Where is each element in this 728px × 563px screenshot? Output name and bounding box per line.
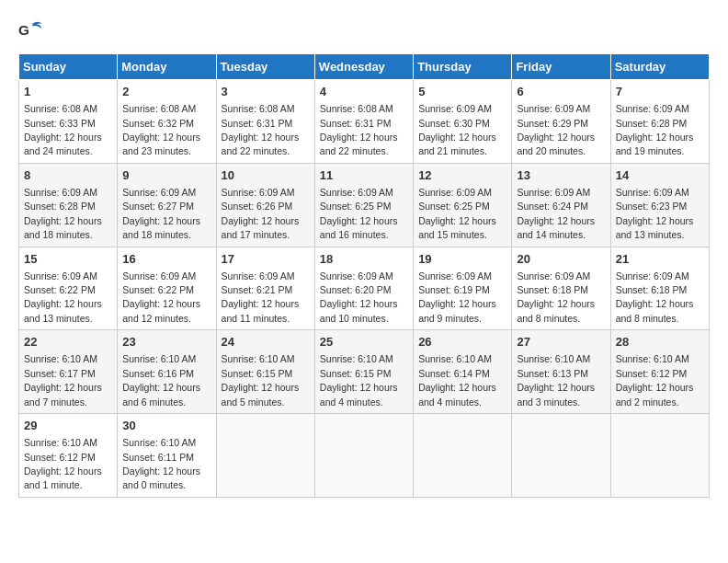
day-info: Sunrise: 6:09 AMSunset: 6:25 PMDaylight:…	[320, 187, 398, 240]
column-header-friday: Friday	[512, 54, 610, 80]
calendar-week-1: 1 Sunrise: 6:08 AMSunset: 6:33 PMDayligh…	[19, 80, 710, 164]
day-number: 27	[517, 334, 605, 350]
day-number: 28	[616, 334, 704, 350]
day-info: Sunrise: 6:08 AMSunset: 6:31 PMDaylight:…	[320, 103, 398, 156]
calendar-cell: 6 Sunrise: 6:09 AMSunset: 6:29 PMDayligh…	[512, 80, 610, 164]
day-info: Sunrise: 6:10 AMSunset: 6:15 PMDaylight:…	[320, 353, 398, 407]
calendar-cell: 15 Sunrise: 6:09 AMSunset: 6:22 PMDaylig…	[19, 247, 118, 330]
day-number: 8	[24, 167, 112, 184]
day-number: 30	[122, 418, 210, 434]
calendar-cell: 20 Sunrise: 6:09 AMSunset: 6:18 PMDaylig…	[512, 247, 610, 330]
calendar-week-5: 29 Sunrise: 6:10 AMSunset: 6:12 PMDaylig…	[19, 414, 710, 498]
calendar-cell: 27 Sunrise: 6:10 AMSunset: 6:13 PMDaylig…	[512, 330, 610, 414]
calendar-week-2: 8 Sunrise: 6:09 AMSunset: 6:28 PMDayligh…	[19, 163, 710, 247]
calendar-cell: 12 Sunrise: 6:09 AMSunset: 6:25 PMDaylig…	[414, 163, 512, 247]
calendar-cell: 24 Sunrise: 6:10 AMSunset: 6:15 PMDaylig…	[216, 330, 314, 414]
day-number: 6	[517, 84, 605, 100]
calendar-cell: 25 Sunrise: 6:10 AMSunset: 6:15 PMDaylig…	[314, 330, 413, 414]
calendar-week-4: 22 Sunrise: 6:10 AMSunset: 6:17 PMDaylig…	[19, 330, 710, 414]
logo-icon: G	[18, 18, 44, 44]
column-header-saturday: Saturday	[610, 54, 709, 80]
calendar-cell: 1 Sunrise: 6:08 AMSunset: 6:33 PMDayligh…	[19, 80, 118, 164]
day-number: 16	[122, 251, 210, 268]
day-number: 26	[418, 334, 506, 350]
day-info: Sunrise: 6:08 AMSunset: 6:33 PMDaylight:…	[24, 103, 102, 156]
day-info: Sunrise: 6:10 AMSunset: 6:14 PMDaylight:…	[418, 353, 496, 407]
column-header-monday: Monday	[118, 54, 216, 80]
svg-text:G: G	[18, 22, 29, 38]
calendar-cell: 29 Sunrise: 6:10 AMSunset: 6:12 PMDaylig…	[19, 414, 118, 498]
calendar-cell	[314, 414, 413, 498]
calendar-cell: 7 Sunrise: 6:09 AMSunset: 6:28 PMDayligh…	[610, 80, 709, 164]
calendar-header-row: SundayMondayTuesdayWednesdayThursdayFrid…	[19, 54, 710, 80]
day-number: 11	[320, 167, 408, 184]
day-number: 10	[222, 167, 310, 184]
day-info: Sunrise: 6:09 AMSunset: 6:26 PMDaylight:…	[222, 187, 300, 240]
day-number: 5	[418, 84, 506, 100]
column-header-wednesday: Wednesday	[314, 54, 413, 80]
day-info: Sunrise: 6:09 AMSunset: 6:24 PMDaylight:…	[517, 187, 595, 240]
day-info: Sunrise: 6:10 AMSunset: 6:11 PMDaylight:…	[122, 437, 200, 490]
day-number: 7	[616, 84, 704, 100]
calendar-cell: 14 Sunrise: 6:09 AMSunset: 6:23 PMDaylig…	[610, 163, 709, 247]
logo: G	[18, 18, 46, 44]
calendar-cell: 30 Sunrise: 6:10 AMSunset: 6:11 PMDaylig…	[118, 414, 216, 498]
day-number: 18	[320, 251, 408, 268]
day-info: Sunrise: 6:09 AMSunset: 6:23 PMDaylight:…	[616, 187, 694, 240]
calendar-cell: 9 Sunrise: 6:09 AMSunset: 6:27 PMDayligh…	[118, 163, 216, 247]
calendar-week-3: 15 Sunrise: 6:09 AMSunset: 6:22 PMDaylig…	[19, 247, 710, 330]
day-number: 3	[222, 84, 310, 100]
day-number: 13	[517, 167, 605, 184]
day-info: Sunrise: 6:09 AMSunset: 6:22 PMDaylight:…	[122, 270, 200, 324]
calendar-cell: 2 Sunrise: 6:08 AMSunset: 6:32 PMDayligh…	[118, 80, 216, 164]
calendar-cell: 3 Sunrise: 6:08 AMSunset: 6:31 PMDayligh…	[216, 80, 314, 164]
day-info: Sunrise: 6:10 AMSunset: 6:12 PMDaylight:…	[24, 437, 102, 490]
calendar-cell	[512, 414, 610, 498]
column-header-tuesday: Tuesday	[216, 54, 314, 80]
calendar-cell: 23 Sunrise: 6:10 AMSunset: 6:16 PMDaylig…	[118, 330, 216, 414]
day-number: 9	[122, 167, 210, 184]
day-info: Sunrise: 6:09 AMSunset: 6:28 PMDaylight:…	[24, 187, 102, 240]
calendar-cell: 19 Sunrise: 6:09 AMSunset: 6:19 PMDaylig…	[414, 247, 512, 330]
day-number: 14	[616, 167, 704, 184]
day-info: Sunrise: 6:10 AMSunset: 6:17 PMDaylight:…	[24, 353, 102, 407]
day-info: Sunrise: 6:09 AMSunset: 6:25 PMDaylight:…	[418, 187, 496, 240]
day-info: Sunrise: 6:09 AMSunset: 6:18 PMDaylight:…	[616, 270, 694, 324]
page-header: G	[18, 18, 710, 44]
day-info: Sunrise: 6:09 AMSunset: 6:29 PMDaylight:…	[517, 103, 595, 156]
day-number: 12	[418, 167, 506, 184]
calendar-cell: 13 Sunrise: 6:09 AMSunset: 6:24 PMDaylig…	[512, 163, 610, 247]
day-info: Sunrise: 6:10 AMSunset: 6:13 PMDaylight:…	[517, 353, 595, 407]
calendar-cell	[610, 414, 709, 498]
calendar-cell: 16 Sunrise: 6:09 AMSunset: 6:22 PMDaylig…	[118, 247, 216, 330]
calendar-cell: 10 Sunrise: 6:09 AMSunset: 6:26 PMDaylig…	[216, 163, 314, 247]
calendar-table: SundayMondayTuesdayWednesdayThursdayFrid…	[18, 53, 710, 498]
calendar-cell: 28 Sunrise: 6:10 AMSunset: 6:12 PMDaylig…	[610, 330, 709, 414]
calendar-cell: 21 Sunrise: 6:09 AMSunset: 6:18 PMDaylig…	[610, 247, 709, 330]
day-number: 24	[222, 334, 310, 350]
calendar-cell: 4 Sunrise: 6:08 AMSunset: 6:31 PMDayligh…	[314, 80, 413, 164]
day-info: Sunrise: 6:08 AMSunset: 6:31 PMDaylight:…	[222, 103, 300, 156]
day-info: Sunrise: 6:09 AMSunset: 6:19 PMDaylight:…	[418, 270, 496, 324]
day-number: 21	[616, 251, 704, 268]
calendar-cell: 22 Sunrise: 6:10 AMSunset: 6:17 PMDaylig…	[19, 330, 118, 414]
day-info: Sunrise: 6:09 AMSunset: 6:22 PMDaylight:…	[24, 270, 102, 324]
day-info: Sunrise: 6:09 AMSunset: 6:18 PMDaylight:…	[517, 270, 595, 324]
day-number: 2	[122, 84, 210, 100]
day-number: 20	[517, 251, 605, 268]
day-info: Sunrise: 6:10 AMSunset: 6:12 PMDaylight:…	[616, 353, 694, 407]
day-number: 23	[122, 334, 210, 350]
day-info: Sunrise: 6:10 AMSunset: 6:16 PMDaylight:…	[122, 353, 200, 407]
day-number: 25	[320, 334, 408, 350]
day-number: 4	[320, 84, 408, 100]
calendar-cell: 8 Sunrise: 6:09 AMSunset: 6:28 PMDayligh…	[19, 163, 118, 247]
calendar-cell	[414, 414, 512, 498]
calendar-cell: 17 Sunrise: 6:09 AMSunset: 6:21 PMDaylig…	[216, 247, 314, 330]
day-info: Sunrise: 6:09 AMSunset: 6:28 PMDaylight:…	[616, 103, 694, 156]
day-info: Sunrise: 6:10 AMSunset: 6:15 PMDaylight:…	[222, 353, 300, 407]
day-info: Sunrise: 6:08 AMSunset: 6:32 PMDaylight:…	[122, 103, 200, 156]
column-header-thursday: Thursday	[414, 54, 512, 80]
day-number: 22	[24, 334, 112, 350]
calendar-cell: 18 Sunrise: 6:09 AMSunset: 6:20 PMDaylig…	[314, 247, 413, 330]
calendar-cell: 5 Sunrise: 6:09 AMSunset: 6:30 PMDayligh…	[414, 80, 512, 164]
